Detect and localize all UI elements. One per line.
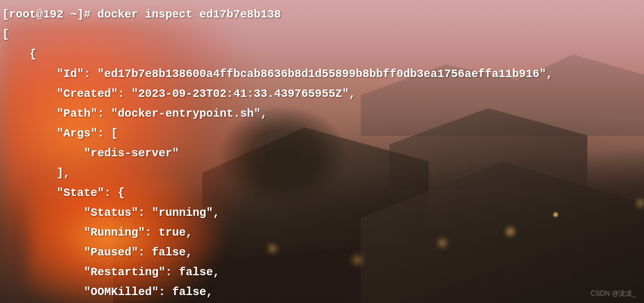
json-created-field: "Created": "2023-09-23T02:41:33.43976595… bbox=[2, 87, 356, 100]
json-open-bracket: [ bbox=[2, 28, 9, 41]
json-id-field: "Id": "ed17b7e8b138600a4ffbcab8636b8d1d5… bbox=[2, 67, 553, 80]
json-args-value: "redis-server" bbox=[2, 147, 179, 160]
json-object-open: { bbox=[2, 48, 36, 61]
json-paused-field: "Paused": false, bbox=[2, 246, 193, 259]
json-args-close: ], bbox=[2, 167, 70, 180]
json-restarting-field: "Restarting": false, bbox=[2, 266, 220, 279]
json-state-open: "State": { bbox=[2, 186, 125, 199]
json-path-field: "Path": "docker-entrypoint.sh", bbox=[2, 107, 267, 120]
shell-prompt: [root@192 ~]# bbox=[2, 8, 97, 21]
watermark-text: CSDN @泷泷_ bbox=[591, 289, 636, 298]
json-running-field: "Running": true, bbox=[2, 226, 193, 239]
json-oomkilled-field: "OOMKilled": false, bbox=[2, 285, 213, 298]
json-status-field: "Status": "running", bbox=[2, 206, 220, 219]
terminal-output: [root@192 ~]# docker inspect ed17b7e8b13… bbox=[0, 0, 644, 303]
json-args-open: "Args": [ bbox=[2, 127, 118, 140]
shell-command: docker inspect ed17b7e8b138 bbox=[97, 8, 281, 21]
